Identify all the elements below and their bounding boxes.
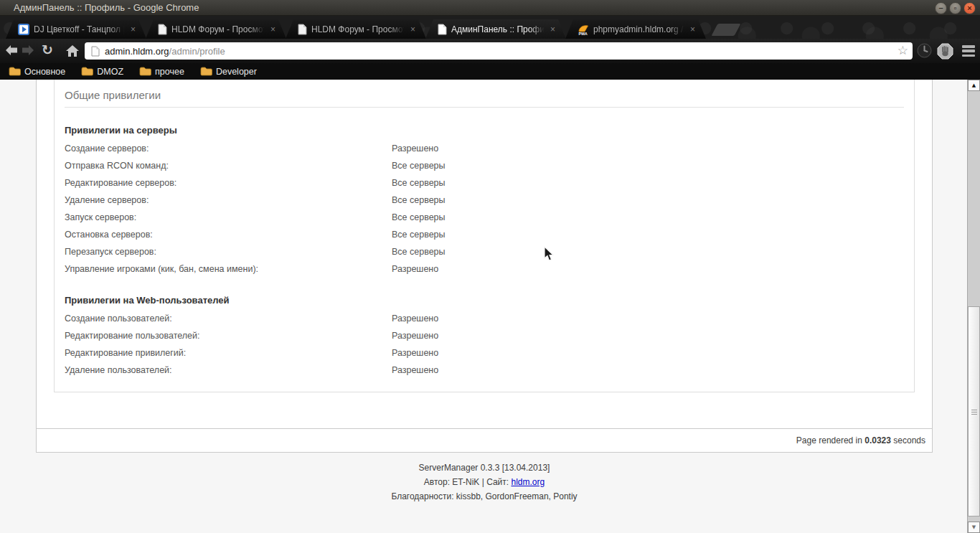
privilege-row: Редактирование пользователей: Разрешено [55,327,914,344]
privilege-value: Разрешено [392,344,438,362]
play-icon [18,24,29,35]
hldm-org-link[interactable]: hldm.org [511,477,545,487]
url-host: admin.hldm.org [105,46,169,57]
privilege-label: Удаление серверов: [65,195,149,205]
page-icon [298,24,307,35]
section-heading-servers: Привилегии на серверы [65,125,904,136]
privilege-row: Перезапуск серверов: Все серверы [55,243,914,260]
maximize-button[interactable]: ▫ [949,2,961,14]
privileges-card: Общие привилегии Привилегии на серверы С… [54,80,915,392]
bookmark-label: Основное [24,67,65,77]
privilege-row: Остановка серверов: Все серверы [55,226,914,243]
privilege-label: Редактирование пользователей: [65,331,200,341]
window-title: АдминПанель :: Профиль - Google Chrome [14,2,199,13]
privilege-row: Запуск серверов: Все серверы [55,209,914,226]
vertical-scrollbar[interactable]: ▲ ▼ [967,80,980,533]
close-tab-icon[interactable]: × [410,25,415,34]
tab-hldm-forum-2[interactable]: HLDM Форум - Просмотр × [286,19,426,39]
new-tab-button[interactable] [711,24,740,36]
bookmark-folder-developer[interactable]: Developer [197,66,260,77]
privilege-value: Разрешено [392,310,438,327]
bookmark-label: прочее [155,67,184,77]
bookmark-folder-osnovnoe[interactable]: Основное [6,66,68,77]
clock-extension-icon[interactable] [917,43,932,58]
menu-bar-line [962,55,975,57]
bookmark-folder-dmoz[interactable]: DMOZ [78,66,126,77]
footer-version: ServerManager 0.3.3 [13.04.2013] [36,461,933,475]
page-icon [158,24,167,35]
close-tab-icon[interactable]: × [550,25,555,34]
bookmark-label: Developer [216,67,257,77]
forward-button[interactable] [21,44,37,58]
bookmark-star-icon[interactable]: ☆ [897,43,908,57]
privilege-row: Редактирование серверов: Все серверы [55,174,914,192]
privilege-row: Удаление пользователей: Разрешено [55,362,914,379]
tab-strip: DJ Цветкоff - Танцпол | × HLDM Форум - П… [0,16,980,39]
page-container: Общие привилегии Привилегии на серверы С… [36,80,933,453]
tab-label: АдминПанель :: Профиль [451,24,546,34]
pma-icon: PMA [578,24,589,35]
close-tab-icon[interactable]: × [270,25,275,34]
browser-toolbar: ↻ admin.hldm.org/admin/profile ☆ [0,39,980,63]
scroll-down-button[interactable]: ▼ [968,522,980,533]
privilege-label: Создание серверов: [65,143,149,154]
scrollbar-grip [971,410,977,415]
scrollbar-thumb[interactable] [968,306,980,517]
card-title: Общие привилегии [65,89,904,101]
privilege-value: Все серверы [392,192,446,209]
window-controls: – ▫ × [935,2,976,14]
privilege-value: Все серверы [392,174,446,192]
tab-phpmyadmin[interactable]: PMA phpmyadmin.hldm.org / × [565,19,706,39]
folder-icon [9,67,21,76]
close-window-button[interactable]: × [963,2,976,14]
privilege-row: Создание серверов: Разрешено [55,140,914,157]
privilege-label: Управление игроками (кик, бан, смена име… [65,264,258,274]
privilege-value: Все серверы [392,243,446,260]
tab-label: HLDM Форум - Просмотр [171,24,266,34]
bookmark-label: DMOZ [97,67,123,77]
card-divider [65,107,904,108]
menu-bar-line [962,45,975,48]
tab-dj-cvetkoff[interactable]: DJ Цветкоff - Танцпол | × [6,19,146,39]
menu-bar-line [962,49,975,52]
bookmark-folder-prochee[interactable]: прочее [136,66,187,77]
menu-button[interactable] [962,45,975,57]
tab-adminpanel-active[interactable]: АдминПанель :: Профиль × [425,19,566,39]
render-time-strip: Page rendered in 0.0323 seconds [37,428,932,452]
privilege-label: Отправка RCON команд: [65,161,169,171]
privilege-value: Разрешено [392,362,438,379]
footer-author-text: Автор: ET-NiK | Сайт: [424,477,512,487]
privilege-value: Разрешено [392,140,438,157]
privilege-label: Остановка серверов: [65,230,153,240]
privilege-value: Разрешено [392,327,438,344]
bookmarks-bar: Основное DMOZ прочее Developer [0,63,980,80]
address-bar[interactable]: admin.hldm.org/admin/profile ☆ [85,42,913,60]
minimize-button[interactable]: – [935,2,947,14]
footer-author: Автор: ET-NiK | Сайт: hldm.org [36,475,933,489]
folder-icon [200,67,212,76]
privilege-value: Все серверы [392,209,446,226]
privilege-label: Перезапуск серверов: [65,247,156,257]
privilege-value: Все серверы [392,157,446,174]
privilege-row: Создание пользователей: Разрешено [55,310,914,327]
render-time-prefix: Page rendered in [796,435,864,445]
back-button[interactable] [4,44,20,58]
close-tab-icon[interactable]: × [690,25,695,34]
render-time-value: 0.0323 [864,435,891,445]
reload-button[interactable]: ↻ [42,42,57,56]
home-button[interactable] [65,44,81,58]
page-icon [91,46,100,57]
page-icon [438,24,447,35]
privilege-row: Редактирование привилегий: Разрешено [55,344,914,362]
window-titlebar: АдминПанель :: Профиль - Google Chrome –… [0,0,980,16]
privilege-label: Запуск серверов: [65,212,136,222]
folder-icon [139,67,151,76]
scroll-up-button[interactable]: ▲ [968,80,980,91]
privilege-label: Редактирование привилегий: [65,348,186,358]
tab-hldm-forum-1[interactable]: HLDM Форум - Просмотр × [146,19,286,39]
privilege-label: Удаление пользователей: [65,365,172,375]
svg-text:PMA: PMA [579,31,588,35]
site-footer: ServerManager 0.3.3 [13.04.2013] Автор: … [36,461,933,504]
close-tab-icon[interactable]: × [131,25,136,34]
stop-hand-extension-icon[interactable] [937,43,953,60]
